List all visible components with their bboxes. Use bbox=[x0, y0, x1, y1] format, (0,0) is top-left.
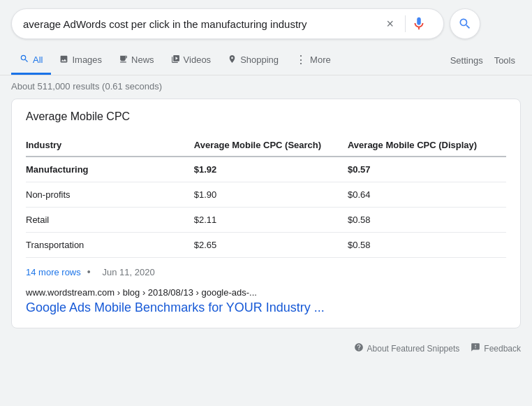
bullet: • bbox=[87, 266, 91, 277]
about-snippets[interactable]: About Featured Snippets bbox=[354, 342, 460, 354]
col-header-display: Average Mobile CPC (Display) bbox=[348, 134, 506, 157]
row2-industry: Non-profits bbox=[26, 182, 194, 208]
news-icon bbox=[119, 55, 128, 66]
tab-news-label: News bbox=[131, 55, 154, 65]
more-dots-icon: ⋮ bbox=[295, 53, 306, 66]
more-rows-row: 14 more rows • Jun 11, 2020 bbox=[26, 258, 506, 284]
more-rows-link[interactable]: 14 more rows bbox=[26, 267, 81, 277]
data-table: Industry Average Mobile CPC (Search) Ave… bbox=[26, 134, 506, 258]
row1-search: $1.92 bbox=[194, 157, 348, 182]
tab-all-label: All bbox=[33, 55, 43, 65]
clear-icon[interactable]: × bbox=[386, 17, 394, 31]
snippet-title: Average Mobile CPC bbox=[26, 110, 506, 123]
tab-more-label: More bbox=[310, 55, 331, 65]
table-row: Retail $2.11 $0.58 bbox=[26, 208, 506, 233]
tab-videos-label: Videos bbox=[184, 55, 212, 65]
tab-images[interactable]: Images bbox=[51, 48, 110, 75]
snippet-date: Jun 11, 2020 bbox=[102, 267, 154, 277]
nav-tabs-row: All Images News Videos bbox=[0, 46, 532, 75]
tab-all[interactable]: All bbox=[11, 47, 51, 75]
tools-link[interactable]: Tools bbox=[489, 48, 521, 73]
row1-industry: Manufacturing bbox=[26, 157, 194, 182]
results-info: About 511,000 results (0.61 seconds) bbox=[0, 75, 532, 99]
search-input[interactable]: average AdWords cost per click in the ma… bbox=[23, 18, 380, 30]
search-bar-row: average AdWords cost per click in the ma… bbox=[0, 8, 532, 46]
tab-more[interactable]: ⋮ More bbox=[287, 46, 339, 75]
shopping-icon bbox=[228, 55, 237, 66]
table-row: Transportation $2.65 $0.58 bbox=[26, 233, 506, 258]
about-snippets-label: About Featured Snippets bbox=[367, 344, 460, 354]
row2-search: $1.90 bbox=[194, 182, 348, 208]
feedback-button[interactable]: Feedback bbox=[471, 342, 521, 354]
row3-industry: Retail bbox=[26, 208, 194, 233]
images-icon bbox=[59, 55, 68, 66]
nav-right: Settings Tools bbox=[445, 48, 521, 73]
source-url: www.wordstream.com › blog › 2018/08/13 ›… bbox=[26, 284, 506, 299]
source-link[interactable]: Google Ads Mobile Benchmarks for YOUR In… bbox=[26, 299, 506, 319]
snippet-footer: About Featured Snippets Feedback bbox=[0, 337, 532, 360]
tab-videos[interactable]: Videos bbox=[163, 48, 220, 75]
question-icon bbox=[354, 342, 364, 354]
row4-display: $0.58 bbox=[348, 233, 506, 258]
col-header-industry: Industry bbox=[26, 134, 194, 157]
row1-display: $0.57 bbox=[348, 157, 506, 182]
table-row: Manufacturing $1.92 $0.57 bbox=[26, 157, 506, 182]
page-wrapper: average AdWords cost per click in the ma… bbox=[0, 0, 532, 406]
table-row: Non-profits $1.90 $0.64 bbox=[26, 182, 506, 208]
search-button[interactable] bbox=[450, 8, 480, 39]
col-header-search: Average Mobile CPC (Search) bbox=[194, 134, 348, 157]
snippet-card: Average Mobile CPC Industry Average Mobi… bbox=[11, 99, 521, 328]
row4-industry: Transportation bbox=[26, 233, 194, 258]
search-icon bbox=[458, 17, 472, 31]
videos-icon bbox=[171, 55, 180, 66]
search-box: average AdWords cost per click in the ma… bbox=[11, 8, 444, 39]
table-header-row: Industry Average Mobile CPC (Search) Ave… bbox=[26, 134, 506, 157]
all-icon bbox=[20, 54, 29, 66]
tab-shopping-label: Shopping bbox=[240, 55, 279, 65]
table-body: Manufacturing $1.92 $0.57 Non-profits $1… bbox=[26, 157, 506, 258]
tab-images-label: Images bbox=[72, 55, 102, 65]
tab-news[interactable]: News bbox=[110, 48, 163, 75]
feedback-icon bbox=[471, 342, 480, 354]
row3-search: $2.11 bbox=[194, 208, 348, 233]
feedback-label: Feedback bbox=[484, 344, 521, 354]
row3-display: $0.58 bbox=[348, 208, 506, 233]
settings-link[interactable]: Settings bbox=[445, 48, 489, 73]
table-head: Industry Average Mobile CPC (Search) Ave… bbox=[26, 134, 506, 157]
search-divider bbox=[405, 15, 406, 32]
row2-display: $0.64 bbox=[348, 182, 506, 208]
row4-search: $2.65 bbox=[194, 233, 348, 258]
results-summary: About 511,000 results (0.61 seconds) bbox=[11, 81, 162, 92]
tab-shopping[interactable]: Shopping bbox=[219, 48, 287, 75]
mic-icon[interactable] bbox=[411, 16, 427, 31]
